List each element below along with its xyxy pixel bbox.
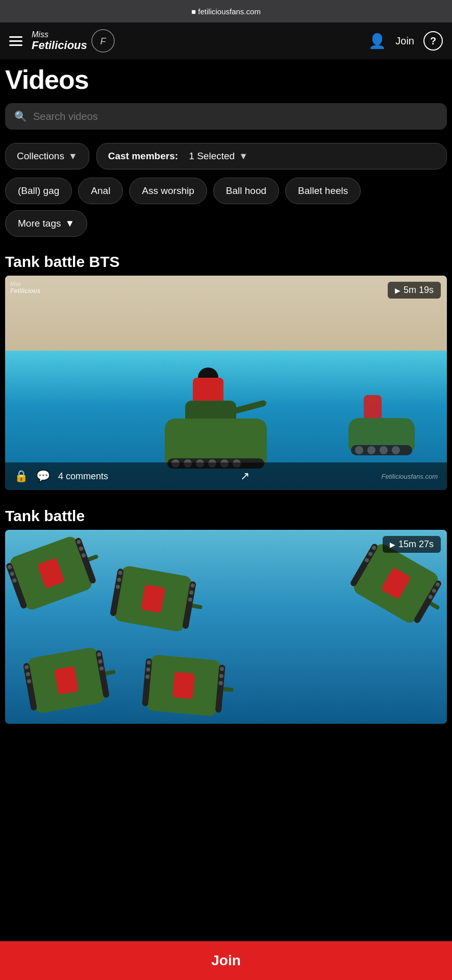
search-input[interactable] xyxy=(33,111,438,122)
search-section: 🔍 xyxy=(0,99,452,138)
video-bottom-bar-bts: 🔒 💬 4 comments ↗ Fetiliciousfans.com xyxy=(5,462,447,490)
tag-ball-gag[interactable]: (Ball) gag xyxy=(5,178,72,204)
hamburger-menu[interactable] xyxy=(9,36,22,46)
video-title-tb: Tank battle xyxy=(5,507,447,525)
duration-text: 5m 19s xyxy=(404,285,434,296)
play-icon: ▶ xyxy=(395,286,400,295)
video-actions: 🔒 💬 4 comments xyxy=(14,470,108,483)
logo-icon: F xyxy=(90,28,116,54)
page-title-section: Videos xyxy=(0,59,452,99)
user-icon[interactable]: 👤 xyxy=(368,33,386,50)
filter-row: Collections ▼ Cast members: 1 Selected ▼ xyxy=(0,138,452,169)
search-icon: 🔍 xyxy=(14,110,27,122)
wheel xyxy=(380,446,388,454)
lock-icon: 🔒 xyxy=(14,470,28,483)
duration-badge-tb: ▶ 15m 27s xyxy=(383,536,441,553)
tag-ballet-heels[interactable]: Ballet heels xyxy=(285,178,361,204)
wheel xyxy=(355,446,363,454)
pool-deck xyxy=(5,276,447,357)
tag-label: Ballet heels xyxy=(298,185,348,196)
video-section-bts: Tank battle BTS xyxy=(0,241,452,495)
tank-right-body xyxy=(348,418,415,451)
cast-selected: 1 Selected xyxy=(189,151,235,162)
tank-right-figure xyxy=(364,395,382,421)
cast-members-filter-button[interactable]: Cast members: 1 Selected ▼ xyxy=(96,143,447,169)
video-thumbnail-bts[interactable]: Miss Fetilicious ▶ 5m 19s 🔒 💬 4 comments… xyxy=(5,276,447,490)
tags-row: (Ball) gag Anal Ass worship Ball hood Ba… xyxy=(0,169,452,241)
video-title-bts: Tank battle BTS xyxy=(5,253,447,271)
play-icon: ▶ xyxy=(390,541,395,549)
collections-chevron-icon: ▼ xyxy=(68,151,78,162)
url-text: fetiliciousfans.com xyxy=(198,7,261,16)
duration-text: 15m 27s xyxy=(398,539,434,550)
comments-count[interactable]: 4 comments xyxy=(58,471,108,482)
red-figure xyxy=(37,558,65,589)
more-tags-button[interactable]: More tags ▼ xyxy=(5,210,87,237)
cast-label: Cast members: xyxy=(108,151,178,162)
tag-ass-worship[interactable]: Ass worship xyxy=(129,178,207,204)
video-section-tb: Tank battle xyxy=(0,495,452,729)
red-figure xyxy=(141,584,165,613)
address-bar: ■ fetiliciousfans.com xyxy=(0,0,452,22)
search-bar[interactable]: 🔍 xyxy=(5,103,447,130)
tank-top-5 xyxy=(145,654,221,717)
svg-text:F: F xyxy=(100,36,106,46)
duration-badge-bts: ▶ 5m 19s xyxy=(388,282,441,299)
red-figure xyxy=(172,672,195,699)
red-figure xyxy=(54,666,79,695)
wheel xyxy=(367,446,375,454)
tag-label: (Ball) gag xyxy=(18,185,59,196)
tank-right xyxy=(343,385,425,451)
tag-label: Anal xyxy=(91,185,110,196)
more-tags-label: More tags xyxy=(18,218,61,229)
logo-miss: Miss xyxy=(32,30,87,39)
tag-ball-hood[interactable]: Ball hood xyxy=(213,178,279,204)
more-tags-chevron-icon: ▼ xyxy=(65,218,74,229)
site-watermark: Fetiliciousfans.com xyxy=(381,473,438,480)
logo-watermark: Miss Fetilicious xyxy=(10,281,40,296)
video-thumbnail-tb[interactable]: ▶ 15m 27s xyxy=(5,530,447,724)
tank-body xyxy=(165,419,267,464)
tank-right-wheels xyxy=(351,445,412,455)
tag-anal[interactable]: Anal xyxy=(78,178,123,204)
share-icon[interactable]: ↗ xyxy=(240,470,249,483)
logo-fetilicious: Fetilicious xyxy=(32,39,87,52)
page-title: Videos xyxy=(5,64,443,95)
join-banner-button[interactable]: Join xyxy=(0,941,452,980)
collections-filter-button[interactable]: Collections ▼ xyxy=(5,143,89,169)
red-figure xyxy=(381,567,411,599)
tank-main xyxy=(160,378,272,464)
tag-label: Ball hood xyxy=(226,185,266,196)
nav-header: Miss Fetilicious F 👤 Join ? xyxy=(0,22,452,59)
nav-join-button[interactable]: Join xyxy=(395,35,414,47)
comment-icon: 💬 xyxy=(36,470,50,483)
collections-label: Collections xyxy=(17,151,64,162)
logo[interactable]: Miss Fetilicious F xyxy=(32,28,116,54)
lock-icon: ■ xyxy=(191,7,196,16)
tag-label: Ass worship xyxy=(142,185,194,196)
cast-chevron-icon: ▼ xyxy=(239,151,248,162)
wheel xyxy=(392,446,400,454)
help-button[interactable]: ? xyxy=(423,31,443,51)
